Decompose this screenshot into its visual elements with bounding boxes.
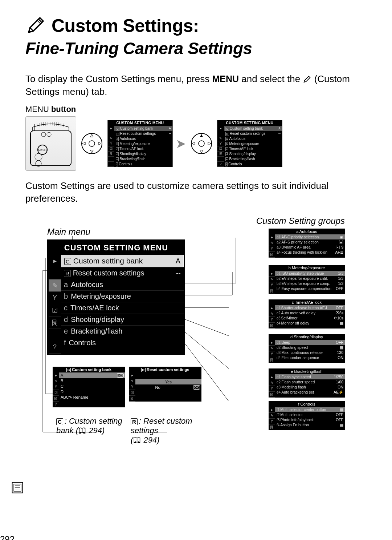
svg-point-20 bbox=[82, 133, 102, 154]
pencil-icon bbox=[25, 15, 46, 37]
bank-caption-page: 294 bbox=[89, 426, 102, 435]
custom-setting-groups-label: Custom Setting groups bbox=[256, 216, 345, 226]
sub-lcd-row: B bbox=[59, 378, 125, 383]
page-number: 292 bbox=[0, 534, 15, 540]
bank-caption-text3: ) bbox=[102, 426, 105, 435]
lcd-row: bMetering/exposure bbox=[114, 141, 172, 146]
lcd-title: CUSTOM SETTING MENU bbox=[108, 120, 172, 126]
svg-marker-23 bbox=[90, 150, 93, 153]
big-lcd-row: bMetering/exposure bbox=[61, 290, 184, 302]
sub-lcd-row: NoOK bbox=[135, 384, 201, 390]
bank-caption-text2: bank ( bbox=[56, 426, 78, 435]
big-lcd-title: CUSTOM SETTING MENU bbox=[49, 241, 184, 255]
reset-caption-text4: ) bbox=[157, 435, 159, 444]
reset-caption-page: 294 bbox=[143, 435, 157, 444]
big-lcd-row: cTimers/AE lock bbox=[61, 302, 184, 314]
svg-marker-31 bbox=[208, 142, 211, 145]
intro-text-1: To display the Custom Settings menu, pre… bbox=[25, 73, 212, 84]
group-title: b Metering/exposure bbox=[269, 265, 345, 271]
svg-marker-24 bbox=[82, 142, 85, 145]
svg-marker-28 bbox=[200, 134, 203, 137]
top-figure-row: MENU CUSTOM SETTING MENU bbox=[25, 116, 367, 171]
group-row: c4Monitor off delay▦ bbox=[275, 321, 345, 326]
multi-selector-icon bbox=[189, 127, 214, 160]
lcd-row: RReset custom settings-- bbox=[224, 131, 282, 136]
menu-button-suffix: button bbox=[51, 105, 76, 114]
bank-caption-badge: C bbox=[56, 418, 63, 425]
sub-lcd-row: D bbox=[59, 389, 125, 394]
main-menu-label: Main menu bbox=[47, 227, 90, 237]
page-subtitle: Fine-Tuning Camera Settings bbox=[25, 39, 367, 58]
group-title: f Controls bbox=[269, 401, 345, 407]
group-lcd-d: d Shooting/display▸✎Y艮d1BeepOFFd2Shootin… bbox=[269, 334, 345, 363]
camera-illustration: MENU bbox=[25, 116, 76, 171]
reset-caption-text2: settings bbox=[131, 426, 158, 435]
bank-lcd: CCustom setting bank ▸✎Y☑艮? AOKBCDABC✎ R… bbox=[53, 367, 125, 407]
lcd-row: dShooting/display bbox=[114, 152, 172, 157]
svg-rect-48 bbox=[14, 484, 21, 491]
big-lcd-row: eBracketing/flash bbox=[61, 325, 184, 337]
svg-point-2 bbox=[47, 132, 51, 137]
page-ref-icon: 🕮 bbox=[78, 426, 89, 435]
lcd-row: CCustom setting bankA bbox=[114, 126, 172, 131]
group-lcd-f: f Controls▸✎Y艮f1Multi selector center bu… bbox=[269, 401, 345, 430]
group-row: f3Photo info/playbackOFF bbox=[275, 417, 345, 422]
lcd-row: dShooting/display bbox=[224, 152, 282, 157]
group-row: c1Shutter-release button AE-LOFF bbox=[275, 305, 345, 310]
group-row: d1BeepOFF bbox=[275, 340, 345, 345]
group-row: b2EV steps for exposure cntrl.1/3 bbox=[275, 276, 345, 281]
page-ref-icon: 🕮 bbox=[133, 435, 143, 444]
svg-point-5 bbox=[35, 153, 42, 161]
group-title: c Timers/AE lock bbox=[269, 299, 345, 305]
big-lcd-row: CCustom setting bankA bbox=[61, 255, 184, 267]
big-lcd-main-menu: CUSTOM SETTING MENU ▸✎Y☑艮? CCustom setti… bbox=[47, 239, 185, 355]
lcd-row: eBracketing/flash bbox=[224, 157, 282, 162]
small-lcd-1: CUSTOM SETTING MENU ▸✎Y☑艮 CCustom settin… bbox=[107, 120, 173, 167]
group-row: c2Auto meter-off delay⦿6s bbox=[275, 310, 345, 315]
reset-caption-badge: R bbox=[131, 418, 138, 425]
page-title: Custom Settings: bbox=[52, 15, 199, 36]
pencil-icon bbox=[303, 73, 311, 84]
small-lcd-2: CUSTOM SETTING MENU ▸✎Y☑艮? CCustom setti… bbox=[217, 120, 282, 167]
group-lcd-a: a Autofocus▸✎Y艮a1AF-C priority selection… bbox=[269, 229, 345, 258]
group-row: e2Flash shutter speed1/60 bbox=[275, 379, 345, 384]
svg-text:MENU: MENU bbox=[38, 149, 47, 152]
svg-marker-25 bbox=[98, 142, 101, 145]
group-title: d Shooting/display bbox=[269, 334, 345, 340]
bank-caption: C: Custom setting bank (🕮 294) bbox=[56, 416, 132, 435]
heading-row: Custom Settings: bbox=[25, 15, 367, 37]
reset-caption: R: Reset custom settings (🕮 294) bbox=[131, 416, 207, 445]
sub-lcd-row: ABC✎ Rename bbox=[59, 394, 125, 400]
group-row: e4Auto bracketing setAE⚡ bbox=[275, 390, 345, 395]
lcd-row: cTimers/AE lock bbox=[224, 146, 282, 152]
lcd-row: aAutofocus bbox=[114, 136, 172, 141]
lcd-row: fControls bbox=[224, 162, 282, 167]
intro-text-2: and select the bbox=[239, 73, 303, 84]
menu-keyword: MENU bbox=[212, 74, 239, 84]
group-row: a4Focus tracking with lock-onAF≣ bbox=[275, 250, 345, 255]
menu-keyword: MENU bbox=[25, 105, 49, 114]
intro-paragraph: To display the Custom Settings menu, pre… bbox=[25, 73, 367, 98]
sub-lcd-row: C bbox=[59, 383, 125, 389]
svg-point-27 bbox=[199, 141, 204, 146]
reset-lcd: RReset custom settings ▸✎Y☑艮 YesNoOK bbox=[129, 367, 201, 402]
bank-caption-text1: : Custom setting bbox=[65, 416, 122, 426]
lcd-row: bMetering/exposure bbox=[224, 141, 282, 146]
lcd-title: CUSTOM SETTING MENU bbox=[217, 120, 282, 126]
group-row: d2Shooting speed▦ bbox=[275, 345, 345, 350]
lcd-row: eBracketing/flash bbox=[114, 157, 172, 162]
sub-lcd-row: AOK bbox=[59, 372, 125, 378]
svg-point-1 bbox=[41, 132, 46, 137]
multi-selector-icon bbox=[79, 127, 105, 160]
lcd-row: RReset custom settings-- bbox=[114, 131, 172, 136]
svg-line-38 bbox=[185, 319, 229, 336]
group-row: b4Easy exposure compensationOFF bbox=[275, 286, 345, 291]
group-lcd-c: c Timers/AE lock▸✎Y艮c1Shutter-release bu… bbox=[269, 299, 345, 329]
section-marker-icon bbox=[11, 481, 24, 496]
svg-marker-22 bbox=[90, 134, 93, 137]
svg-marker-29 bbox=[200, 150, 203, 153]
svg-line-39 bbox=[185, 332, 229, 368]
group-row: f1Multi selector center button▦ bbox=[275, 407, 345, 412]
group-row: c3Self-timer⟳10s bbox=[275, 315, 345, 321]
group-row: a3Dynamic AF area[∘] 9 bbox=[275, 245, 345, 250]
